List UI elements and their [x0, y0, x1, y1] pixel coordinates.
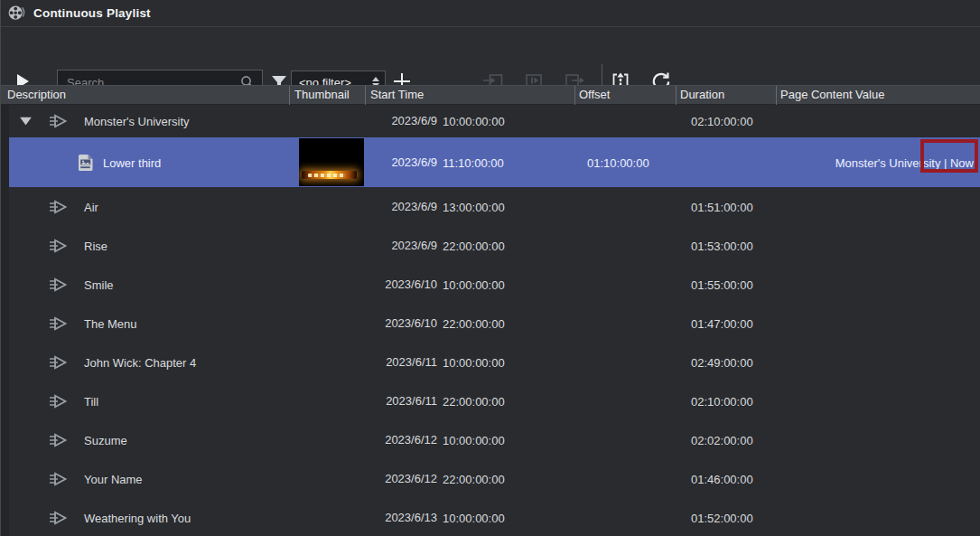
start-time-cell: 22:00:00:00: [443, 316, 505, 330]
start-time-cell: 22:00:00:00: [443, 394, 505, 408]
toolbar: <no filter>: [0, 28, 980, 85]
film-reel-icon: [7, 5, 25, 23]
duration-cell: 02:10:00:00: [691, 115, 753, 128]
playlist-row[interactable]: Rise2023/6/922:00:00:0001:53:00:00: [9, 226, 980, 265]
graphic-page-icon: [78, 154, 93, 171]
column-header-thumbnail[interactable]: Thumbnail: [294, 88, 350, 101]
playlist-row[interactable]: The Menu2023/6/1022:00:00:0001:47:00:00: [9, 304, 980, 343]
column-separator: [776, 86, 777, 106]
playlist-item-icon: [49, 114, 68, 129]
start-date-cell: 2023/6/10: [365, 315, 437, 329]
column-separator: [574, 86, 575, 106]
start-date-cell: 2023/6/11: [365, 354, 437, 368]
start-time-cell: 22:00:00:00: [443, 239, 505, 252]
start-time-cell: 10:00:00:00: [443, 277, 505, 291]
offset-cell: 01:10:00:00: [587, 155, 649, 169]
description-cell: Suzume: [84, 433, 127, 447]
start-time-cell: 13:00:00:00: [443, 200, 505, 213]
playlist-row[interactable]: Your Name2023/6/1222:00:00:0001:46:00:00: [9, 459, 980, 498]
start-date-cell: 2023/6/12: [365, 471, 437, 484]
duration-cell: 01:52:00:00: [691, 511, 753, 524]
description-cell: Weathering with You: [84, 511, 191, 524]
description-cell: Smile: [84, 277, 114, 291]
expand-collapse-icon[interactable]: [20, 118, 32, 126]
duration-cell: 01:46:00:00: [691, 472, 753, 485]
panel-left-edge: [0, 0, 1, 536]
panel-title: Continuous Playlist: [33, 6, 151, 20]
playlist-row[interactable]: Till2023/6/1122:00:00:0002:10:00:00: [9, 381, 980, 420]
playlist-row[interactable]: Smile2023/6/1010:00:00:0001:55:00:00: [9, 265, 980, 304]
duration-cell: 01:47:00:00: [691, 316, 753, 330]
playlist-item-icon: [49, 238, 68, 253]
description-cell: Monster's University: [84, 115, 190, 128]
playlist-row[interactable]: Suzume2023/6/1210:00:00:0002:02:00:00: [9, 420, 980, 459]
start-date-cell: 2023/6/13: [365, 510, 437, 523]
duration-cell: 01:53:00:00: [691, 239, 753, 252]
description-cell: Rise: [84, 239, 107, 252]
column-header-offset[interactable]: Offset: [579, 88, 610, 101]
description-cell: Lower third: [103, 155, 161, 169]
start-date-cell: 2023/6/11: [365, 393, 437, 407]
title-bar: Continuous Playlist: [0, 0, 980, 27]
playlist-row[interactable]: Air2023/6/913:00:00:0001:51:00:00: [9, 187, 980, 226]
duration-cell: 01:55:00:00: [691, 277, 753, 291]
column-separator: [289, 86, 290, 106]
playlist-row[interactable]: John Wick: Chapter 42023/6/1110:00:00:00…: [9, 343, 980, 381]
description-cell: Air: [84, 200, 98, 213]
description-cell: Your Name: [84, 472, 143, 485]
start-date-cell: 2023/6/9: [365, 155, 437, 168]
playlist-item-icon: [49, 471, 68, 486]
playlist-row[interactable]: Weathering with You2023/6/1310:00:00:000…: [9, 498, 980, 536]
start-time-cell: 10:00:00:00: [443, 355, 505, 369]
playlist-item-icon: [49, 354, 68, 370]
playlist-item-icon: [49, 315, 68, 331]
start-date-cell: 2023/6/12: [365, 432, 437, 446]
playlist-item-icon: [49, 199, 68, 214]
table-header: Description Thumbnail Start Time Offset …: [0, 85, 980, 105]
start-time-cell: 10:00:00:00: [443, 511, 505, 524]
annotation-highlight-box: [920, 139, 978, 173]
column-header-duration[interactable]: Duration: [680, 88, 724, 101]
start-date-cell: 2023/6/10: [365, 277, 437, 290]
playlist-row[interactable]: Monster's University2023/6/910:00:00:000…: [9, 105, 980, 137]
column-header-description[interactable]: Description: [7, 88, 66, 101]
start-date-cell: 2023/6/9: [365, 114, 437, 127]
duration-cell: 02:02:00:00: [691, 433, 753, 447]
playlist-subrow[interactable]: Lower third2023/6/911:10:00:0001:10:00:0…: [9, 137, 980, 187]
start-time-cell: 10:00:00:00: [443, 433, 505, 447]
start-date-cell: 2023/6/9: [365, 238, 437, 251]
playlist-item-icon: [49, 393, 68, 409]
start-time-cell: 11:10:00:00: [443, 155, 504, 169]
playlist-table-body: Monster's University2023/6/910:00:00:000…: [0, 105, 980, 536]
description-cell: The Menu: [84, 316, 137, 330]
description-cell: Till: [84, 394, 98, 408]
duration-cell: 01:51:00:00: [691, 200, 753, 213]
thumbnail-image: [299, 138, 364, 186]
column-header-page-content-value[interactable]: Page Content Value: [780, 88, 884, 101]
start-date-cell: 2023/6/9: [365, 199, 437, 212]
playlist-item-icon: [49, 510, 68, 525]
duration-cell: 02:10:00:00: [691, 394, 753, 408]
start-time-cell: 22:00:00:00: [443, 472, 505, 485]
column-header-start-time[interactable]: Start Time: [370, 88, 424, 101]
continuous-playlist-panel: Continuous Playlist <no filter>: [0, 0, 980, 536]
playlist-item-icon: [49, 432, 68, 447]
column-separator: [365, 86, 366, 106]
column-separator: [676, 86, 677, 106]
duration-cell: 02:49:00:00: [691, 355, 753, 369]
playlist-item-icon: [49, 277, 68, 292]
start-time-cell: 10:00:00:00: [443, 115, 505, 128]
description-cell: John Wick: Chapter 4: [84, 355, 196, 369]
